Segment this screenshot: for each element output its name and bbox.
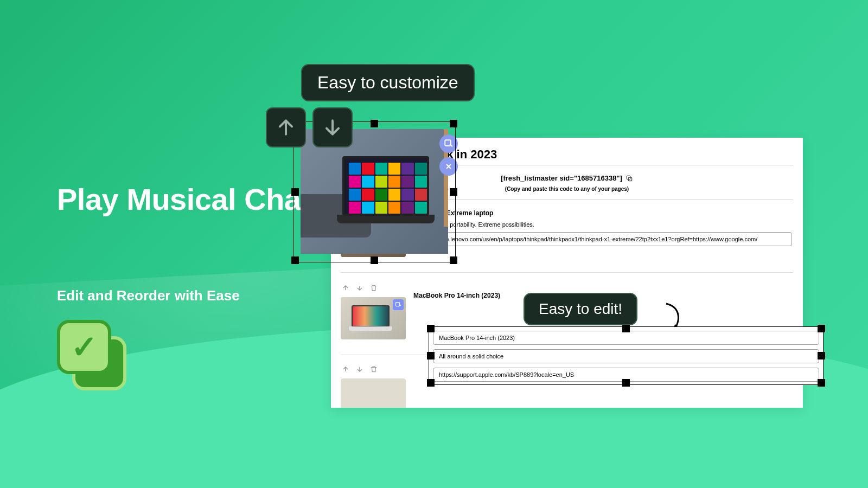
item-url-input[interactable]: https://www.lenovo.com/us/en/p/laptops/t…	[412, 232, 792, 246]
check-icon: ✓	[71, 329, 98, 365]
image-edit-icon[interactable]	[393, 299, 404, 310]
resize-handle[interactable]	[450, 256, 457, 264]
resize-handle[interactable]	[291, 256, 299, 264]
trash-icon[interactable]	[370, 365, 378, 375]
move-up-icon[interactable]	[342, 365, 349, 375]
reorder-down-button[interactable]	[312, 107, 353, 147]
item-thumbnail[interactable]	[341, 297, 406, 339]
resize-handle[interactable]	[427, 352, 435, 359]
resize-handle[interactable]	[291, 188, 299, 196]
resize-handle[interactable]	[371, 120, 378, 127]
resize-handle[interactable]	[818, 379, 825, 387]
resize-handle[interactable]	[450, 188, 457, 196]
close-icon[interactable]	[439, 157, 458, 176]
selected-fields-overlay[interactable]: MacBook Pro 14-inch (2023) All around a …	[429, 326, 824, 385]
resize-handle[interactable]	[427, 379, 435, 387]
resize-handle[interactable]	[818, 352, 825, 359]
callout-customize: Easy to customize	[301, 64, 475, 101]
reorder-up-button[interactable]	[266, 107, 306, 147]
move-up-icon[interactable]	[342, 284, 349, 294]
item-desc-input[interactable]: All around a solid choice	[433, 349, 819, 363]
callout-edit: Easy to edit!	[524, 293, 637, 325]
item-thumbnail[interactable]	[341, 378, 406, 408]
item-desc-preview: wer. Extreme portability. Extreme possib…	[412, 221, 792, 228]
resize-handle[interactable]	[427, 325, 435, 332]
move-down-icon[interactable]	[356, 284, 363, 294]
item-title-input[interactable]: MacBook Pro 14-inch (2023)	[433, 331, 819, 345]
shortcode-value[interactable]: [fresh_listmaster sid="1685716338"]	[501, 174, 622, 182]
move-down-icon[interactable]	[356, 365, 363, 375]
resize-handle[interactable]	[371, 256, 378, 264]
thumbnail-image	[301, 129, 448, 254]
trash-icon[interactable]	[370, 284, 378, 294]
svg-rect-4	[445, 140, 451, 146]
image-action-icon[interactable]	[439, 134, 458, 153]
svg-rect-3	[396, 303, 400, 306]
item-title-preview: inkPad X1 Extreme laptop	[412, 209, 792, 217]
resize-handle[interactable]	[622, 325, 630, 332]
resize-handle[interactable]	[622, 379, 630, 387]
resize-handle[interactable]	[818, 325, 825, 332]
copy-icon[interactable]	[626, 175, 633, 182]
subheadline: Edit and Reorder with Ease	[57, 287, 240, 304]
resize-handle[interactable]	[450, 120, 457, 127]
